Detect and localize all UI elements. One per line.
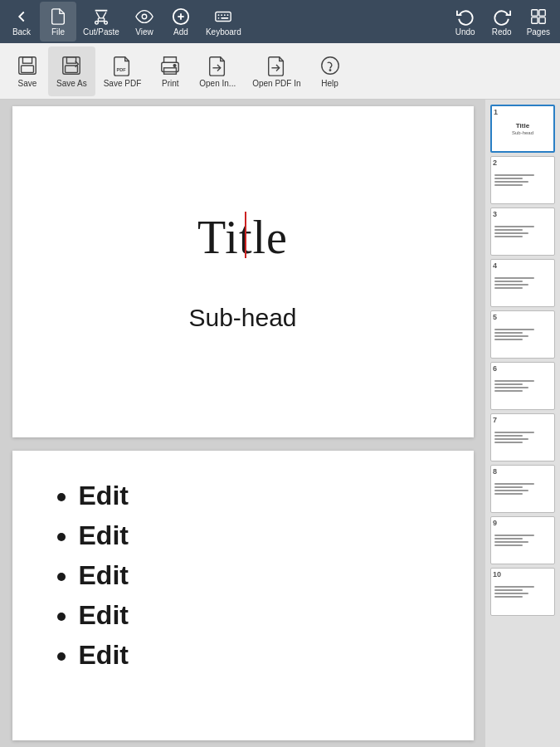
thumb-line [494, 486, 523, 488]
undo-button[interactable]: Undo [447, 2, 484, 42]
thumb-page-8[interactable]: 8 [490, 465, 555, 513]
thumbnail-3[interactable]: 3 [490, 208, 555, 256]
thumb-page-7[interactable]: 7 [490, 413, 555, 461]
thumb-page-5[interactable]: 5 [490, 310, 555, 359]
page-2[interactable]: Edit Edit Edit Edit Edit [12, 451, 474, 740]
save-pdf-button[interactable]: PDF Save PDF [95, 46, 150, 96]
thumb-line [494, 277, 534, 279]
svg-point-4 [142, 14, 147, 19]
thumb-page-2[interactable]: 2 [490, 156, 555, 204]
thumb-line [494, 586, 534, 588]
thumbnail-4[interactable]: 4 [490, 259, 555, 307]
file-toolbar: Save Save As PDF Save PDF Print [0, 43, 560, 100]
print-label: Print [162, 79, 179, 88]
thumbnail-7[interactable]: 7 [490, 413, 555, 461]
redo-label: Redo [492, 27, 512, 37]
view-label: View [135, 27, 153, 37]
thumb-line [494, 380, 534, 382]
page-1[interactable]: Title Sub-head [12, 106, 474, 437]
open-in-button[interactable]: Open In... [191, 46, 244, 96]
thumb-line [494, 438, 528, 440]
document-area: Title Sub-head Edit Edit Edit Edit Edit [0, 100, 485, 747]
open-in-label: Open In... [199, 79, 236, 88]
save-label: Save [18, 79, 37, 88]
thumb-line [494, 490, 528, 491]
thumb-page-9[interactable]: 9 [490, 516, 555, 564]
thumb-line [494, 541, 528, 543]
redo-button[interactable]: Redo [484, 2, 520, 42]
thumb-page-4[interactable]: 4 [490, 259, 555, 307]
list-item[interactable]: Edit [79, 515, 432, 555]
save-as-label: Save As [56, 79, 87, 88]
cutpaste-label: Cut/Paste [83, 27, 119, 37]
add-button[interactable]: Add [163, 2, 199, 42]
thumb-number-6: 6 [493, 364, 497, 373]
list-item[interactable]: Edit [79, 476, 432, 515]
svg-rect-23 [67, 56, 76, 62]
pages-sidebar: 1 Title Sub-head 2 3 [485, 100, 560, 747]
thumb-page-1[interactable]: 1 Title Sub-head [490, 105, 555, 153]
thumb-page-10[interactable]: 10 [490, 568, 555, 616]
thumb-number-1: 1 [494, 108, 498, 116]
thumbnail-9[interactable]: 9 [490, 516, 555, 564]
thumb-line [494, 229, 523, 231]
thumbnail-10[interactable]: 10 [490, 568, 555, 616]
thumb-line [494, 596, 523, 598]
thumb-line [494, 435, 523, 437]
page-title: Title [197, 211, 288, 264]
thumb-line [494, 535, 534, 536]
save-as-button[interactable]: Save As [48, 46, 95, 96]
thumb-line [494, 339, 523, 340]
pages-label: Pages [527, 27, 550, 37]
file-button[interactable]: File [40, 2, 76, 42]
svg-rect-15 [532, 9, 538, 15]
list-item[interactable]: Edit [79, 595, 432, 635]
thumb-line [494, 493, 523, 495]
thumb-line [494, 281, 523, 282]
list-item[interactable]: Edit [79, 635, 432, 675]
thumbnail-5[interactable]: 5 [490, 310, 555, 359]
print-button[interactable]: Print [149, 46, 191, 96]
thumb-line [494, 442, 523, 443]
list-item[interactable]: Edit [79, 555, 432, 595]
thumb-line [494, 284, 528, 286]
svg-rect-17 [532, 17, 538, 22]
file-label: File [51, 27, 65, 37]
thumbnail-1[interactable]: 1 Title Sub-head [490, 105, 555, 153]
open-pdf-in-button[interactable]: Open PDF In [244, 46, 309, 96]
thumb-number-4: 4 [493, 261, 497, 270]
thumb-number-3: 3 [493, 210, 497, 218]
thumb-line [494, 593, 528, 594]
thumb-number-9: 9 [493, 519, 497, 527]
thumb-page-3[interactable]: 3 [490, 208, 555, 256]
thumb-number-2: 2 [493, 159, 497, 167]
view-button[interactable]: View [126, 2, 163, 42]
thumb-line [494, 538, 523, 540]
thumb-line [494, 287, 523, 289]
thumb-page-6[interactable]: 6 [490, 362, 555, 410]
save-button[interactable]: Save [7, 46, 48, 96]
thumbnail-6[interactable]: 6 [490, 362, 555, 410]
svg-rect-20 [22, 56, 32, 62]
svg-point-31 [321, 56, 338, 73]
thumb-sub-1: Sub-head [512, 130, 533, 135]
help-label: Help [321, 79, 338, 88]
pages-button[interactable]: Pages [520, 2, 557, 42]
svg-point-0 [95, 21, 99, 24]
thumb-line [494, 181, 528, 183]
thumb-line [494, 383, 523, 385]
back-button[interactable]: Back [3, 2, 40, 42]
thumb-number-5: 5 [493, 313, 497, 321]
cutpaste-button[interactable]: Cut/Paste [76, 2, 126, 42]
top-toolbar: Back File Cut/Paste View Ad [0, 0, 560, 43]
thumb-line [494, 589, 523, 591]
svg-text:PDF: PDF [117, 66, 127, 71]
svg-rect-3 [98, 17, 104, 21]
thumbnail-8[interactable]: 8 [490, 465, 555, 513]
thumb-line [494, 329, 534, 330]
svg-rect-8 [216, 12, 231, 21]
svg-rect-18 [539, 17, 545, 22]
help-button[interactable]: Help [309, 46, 351, 96]
keyboard-button[interactable]: Keyboard [199, 2, 248, 42]
thumbnail-2[interactable]: 2 [490, 156, 555, 204]
